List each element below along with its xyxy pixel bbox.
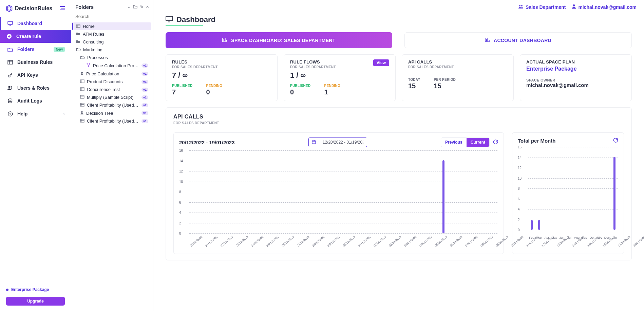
card-big-value: 7 / ∞ <box>172 71 271 80</box>
svg-point-46 <box>521 5 523 6</box>
user-link[interactable]: michal.novak@gmail.com <box>572 4 637 10</box>
svg-rect-32 <box>80 88 84 91</box>
folders-panel: Folders ⌄ ↻ ✕ HomeATM RulesConsultingMar… <box>71 0 153 311</box>
page-title: Dashboard <box>166 15 632 29</box>
nav-api-keys[interactable]: API Keys <box>0 69 71 81</box>
close-icon[interactable]: ✕ <box>146 5 149 9</box>
menu-toggle-icon[interactable] <box>59 6 65 12</box>
current-button[interactable]: Current <box>467 138 489 147</box>
tree-item[interactable]: Price Calculation Processv1 <box>73 61 151 70</box>
collapse-all-icon[interactable]: ⌄ <box>127 5 130 9</box>
upgrade-button[interactable]: Upgrade <box>6 297 65 306</box>
refresh-icon[interactable] <box>493 139 498 145</box>
version-badge: v1 <box>141 80 148 84</box>
tree-item[interactable]: Price Calculationv1 <box>73 70 151 78</box>
department-link[interactable]: Sales Department <box>518 4 566 10</box>
tree-item[interactable]: Client Profitability (Used in Sa...v2 <box>73 101 151 109</box>
monthly-plot: 0246810121416FebMarAprMayJunJulAugSepOct… <box>518 147 618 235</box>
card-rules: RULES FOR SALES DEPARTMENT 7 / ∞ PUBLISH… <box>166 54 278 101</box>
nav-label: Dashboard <box>17 21 42 26</box>
tree-item[interactable]: Concurence Testv1 <box>73 86 151 93</box>
tab-label: SPACE DASHBOARD: SALES DEPARTMENT <box>231 38 335 43</box>
chart-subtitle: FOR SALES DEPARTMENT <box>173 121 624 125</box>
nav-help[interactable]: ? Help › <box>0 107 71 120</box>
svg-line-15 <box>11 74 12 75</box>
svg-rect-23 <box>76 25 80 28</box>
title-underline <box>166 25 203 26</box>
nav-label: Users & Roles <box>17 85 50 91</box>
svg-point-17 <box>11 86 12 88</box>
tree-label: Client Profitability (Used in Sa... <box>87 118 139 124</box>
nav-audit-logs[interactable]: Audit Logs <box>0 94 71 107</box>
view-button[interactable]: View <box>373 59 389 66</box>
card-subtitle: FOR SALES DEPARTMENT <box>290 65 336 69</box>
tree-item[interactable]: Multiply (Sample Script)v1 <box>73 93 151 101</box>
logo[interactable]: DecisionRules <box>5 5 52 12</box>
plan-name-label: Enterprise Package <box>11 287 49 292</box>
svg-rect-39 <box>80 103 84 106</box>
plan-name: Enterprise Package <box>526 66 625 72</box>
date-field[interactable] <box>319 138 367 146</box>
tab-space-dashboard[interactable]: SPACE DASHBOARD: SALES DEPARTMENT <box>166 32 392 48</box>
monthly-chart: Total per Month 0246810121416FebMarAprMa… <box>512 132 624 254</box>
sidebar: DecisionRules Dashboard Create rule Fold… <box>0 0 71 311</box>
svg-rect-5 <box>8 21 13 24</box>
tree-item[interactable]: Marketing <box>73 46 151 54</box>
help-icon: ? <box>7 111 13 116</box>
tree-item[interactable]: Processes <box>73 54 151 61</box>
chart-title: API CALLS <box>173 114 624 120</box>
stat-label: PUBLISHED <box>290 84 310 88</box>
folders-search-input[interactable] <box>71 12 153 21</box>
refresh-icon[interactable]: ↻ <box>140 5 143 9</box>
tree-item[interactable]: Home <box>72 22 151 30</box>
tree-icon <box>80 71 84 76</box>
nav-label: Help <box>17 111 27 116</box>
svg-point-27 <box>89 63 90 64</box>
svg-rect-53 <box>225 38 226 41</box>
folder-open-icon <box>7 47 13 52</box>
owner-value: michal.novak@gmail.com <box>526 82 625 88</box>
users-icon <box>7 86 13 90</box>
card-title: ACTUAL SPACE PLAN <box>526 59 625 65</box>
version-badge: v1 <box>141 72 148 76</box>
svg-rect-48 <box>166 16 173 21</box>
svg-rect-52 <box>224 39 224 41</box>
svg-rect-42 <box>80 119 84 122</box>
tree-item[interactable]: Consulting <box>73 38 151 46</box>
plan-indicator[interactable]: Enterprise Package <box>6 283 65 295</box>
nav-label: API Keys <box>17 72 38 78</box>
date-range-input[interactable] <box>308 138 367 147</box>
monitor-icon <box>7 21 13 26</box>
stat-value: 15 <box>408 82 420 90</box>
chevron-right-icon: › <box>63 111 65 116</box>
new-folder-icon[interactable] <box>133 5 137 9</box>
version-badge: v2 <box>141 103 148 107</box>
plus-circle-icon <box>6 34 12 39</box>
nav-business-rules[interactable]: Business Rules <box>0 56 71 69</box>
refresh-icon[interactable] <box>613 138 618 144</box>
tree-item[interactable]: Decision Treev1 <box>73 109 151 117</box>
nav-label: Audit Logs <box>17 98 42 104</box>
brand-text: DecisionRules <box>15 5 52 12</box>
tab-account-dashboard[interactable]: ACCOUNT DASHBOARD <box>404 32 632 48</box>
svg-marker-1 <box>7 7 11 11</box>
folder-open-icon <box>76 47 81 52</box>
folder-open-icon <box>80 55 85 60</box>
tree-item[interactable]: Product Discountsv1 <box>73 78 151 86</box>
nav-folders[interactable]: Folders New <box>0 43 71 56</box>
nav-users-roles[interactable]: Users & Roles <box>0 81 71 94</box>
nav-dashboard[interactable]: Dashboard <box>0 17 71 30</box>
stat-value: 15 <box>434 82 456 90</box>
svg-rect-10 <box>8 60 13 64</box>
owner-label: SPACE OWNER <box>526 78 625 82</box>
tree-item[interactable]: Client Profitability (Used in Sa...v1 <box>73 117 151 125</box>
table-icon <box>7 60 13 65</box>
tree-item[interactable]: ATM Rules <box>73 30 151 38</box>
svg-text:?: ? <box>9 112 11 116</box>
nav-create-rule[interactable]: Create rule <box>0 30 71 43</box>
month-title: Total per Month <box>518 138 555 144</box>
previous-button[interactable]: Previous <box>441 138 467 147</box>
svg-rect-60 <box>312 141 316 144</box>
table-icon <box>80 79 84 84</box>
stat-label: PENDING <box>206 84 222 88</box>
